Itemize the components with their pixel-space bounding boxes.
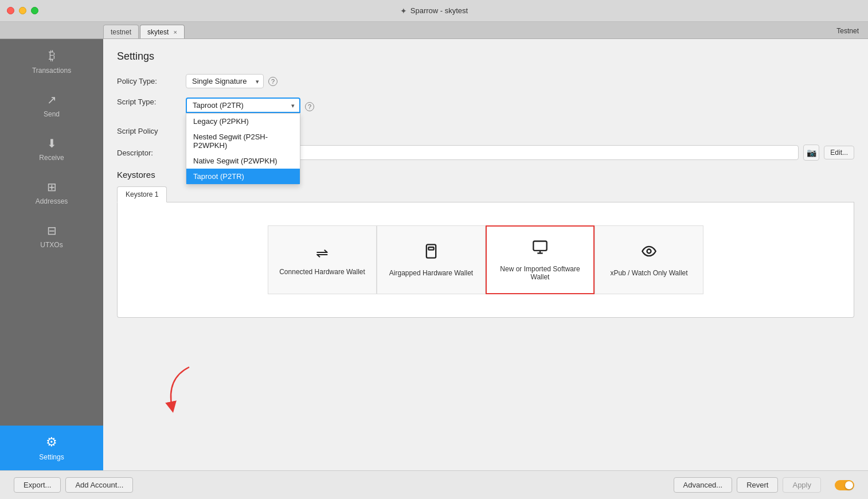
tab-testnet-label: testnet — [111, 28, 131, 36]
hardware-wallet-icon: ⇌ — [316, 244, 329, 262]
sidebar-item-utxos[interactable]: ⊟ UTXOs — [0, 215, 103, 258]
script-type-dropdown-wrapper: Taproot (P2TR) ▾ Legacy (P2PKH) Nested S… — [186, 98, 300, 113]
svg-rect-2 — [533, 241, 546, 250]
page-title: Settings — [117, 50, 854, 63]
descriptor-label: Descriptor: — [117, 149, 186, 157]
svg-point-5 — [647, 249, 651, 253]
theme-toggle[interactable] — [835, 480, 854, 490]
policy-type-control: Single Signature Multi Signature ? — [186, 74, 277, 88]
titlebar: ✦ Sparrow - skytest — [0, 0, 868, 22]
tab-testnet[interactable]: testnet — [103, 25, 139, 38]
apply-button[interactable]: Apply — [783, 477, 821, 493]
wallet-card-hardware[interactable]: ⇌ Connected Hardware Wallet — [268, 225, 377, 294]
policy-type-select[interactable]: Single Signature Multi Signature — [186, 74, 264, 88]
camera-icon: 📷 — [807, 148, 816, 157]
edit-button[interactable]: Edit... — [824, 146, 854, 159]
sidebar-item-receive[interactable]: ⬇ Receive — [0, 127, 103, 171]
keystores-section: Keystores Keystore 1 ⇌ Connected Hardwar… — [117, 170, 854, 318]
maximize-window-button[interactable] — [31, 7, 38, 14]
airgapped-wallet-label: Airgapped Hardware Wallet — [389, 269, 473, 277]
svg-rect-1 — [428, 247, 433, 250]
bottom-toolbar: Export... Add Account... Advanced... Rev… — [0, 470, 868, 499]
receive-icon: ⬇ — [47, 137, 57, 150]
xpub-wallet-icon — [641, 243, 657, 263]
script-type-select-display[interactable]: Taproot (P2TR) ▾ — [186, 98, 300, 113]
script-type-row: Script Type: Taproot (P2TR) ▾ Legacy (P2… — [117, 98, 854, 113]
hardware-wallet-label: Connected Hardware Wallet — [279, 268, 365, 276]
script-policy-section-label: Script Policy — [117, 124, 186, 135]
transactions-icon: ₿ — [49, 48, 55, 63]
send-icon: ↗ — [47, 93, 57, 107]
sidebar-item-send[interactable]: ↗ Send — [0, 84, 103, 127]
script-option-taproot[interactable]: Taproot (P2TR) — [186, 169, 300, 184]
sidebar-item-addresses-label: Addresses — [36, 197, 68, 205]
sidebar-item-addresses[interactable]: ⊞ Addresses — [0, 171, 103, 215]
window-controls — [7, 7, 38, 14]
close-window-button[interactable] — [7, 7, 14, 14]
keystore-tabs: Keystore 1 — [117, 186, 854, 202]
sidebar-item-send-label: Send — [44, 110, 60, 118]
toggle-knob — [845, 481, 853, 489]
script-option-nested[interactable]: Nested Segwit (P2SH-P2WPKH) — [186, 129, 300, 153]
script-option-native[interactable]: Native Segwit (P2WPKH) — [186, 153, 300, 169]
script-option-legacy[interactable]: Legacy (P2PKH) — [186, 114, 300, 129]
add-account-button[interactable]: Add Account... — [65, 477, 133, 493]
wallet-cards: ⇌ Connected Hardware Wallet Airgapped — [129, 225, 842, 294]
addresses-icon: ⊞ — [47, 180, 57, 194]
advanced-button[interactable]: Advanced... — [674, 477, 733, 493]
airgapped-wallet-icon — [423, 243, 439, 263]
sidebar-item-transactions-label: Transactions — [32, 67, 71, 75]
script-type-help[interactable]: ? — [305, 102, 314, 111]
xpub-wallet-label: xPub / Watch Only Wallet — [610, 269, 687, 277]
sidebar-spacer — [0, 258, 103, 426]
policy-type-row: Policy Type: Single Signature Multi Sign… — [117, 74, 854, 88]
script-type-selected-value: Taproot (P2TR) — [193, 101, 244, 110]
software-wallet-label: New or Imported Software Wallet — [492, 265, 588, 281]
tabbar: testnet skytest × Testnet — [0, 22, 868, 39]
tabbar-user: Testnet — [836, 27, 859, 35]
policy-type-select-wrapper: Single Signature Multi Signature — [186, 74, 264, 88]
app-icon: ✦ — [400, 6, 407, 15]
script-type-dropdown-menu: Legacy (P2PKH) Nested Segwit (P2SH-P2WPK… — [186, 113, 300, 185]
tab-skytest[interactable]: skytest × — [140, 25, 185, 38]
camera-button[interactable]: 📷 — [803, 145, 819, 161]
sidebar-item-receive-label: Receive — [39, 154, 64, 162]
content-area: 这几个都可以, P2TR是最近玩BRC20比较火 Settings Policy… — [103, 39, 868, 470]
wallet-card-software[interactable]: New or Imported Software Wallet — [486, 225, 595, 294]
software-wallet-icon — [532, 239, 548, 259]
policy-type-help[interactable]: ? — [268, 77, 277, 86]
sidebar-item-transactions[interactable]: ₿ Transactions — [0, 39, 103, 84]
tab-skytest-close[interactable]: × — [173, 29, 177, 36]
settings-icon: ⚙ — [46, 435, 57, 450]
export-button[interactable]: Export... — [14, 477, 61, 493]
window-title-text: Sparrow - skytest — [410, 6, 468, 15]
sidebar: ₿ Transactions ↗ Send ⬇ Receive ⊞ Addres… — [0, 39, 103, 470]
dropdown-arrow-icon: ▾ — [291, 102, 295, 109]
sidebar-item-settings-label: Settings — [39, 453, 64, 461]
sidebar-item-settings[interactable]: ⚙ Settings — [0, 426, 103, 470]
window-title: ✦ Sparrow - skytest — [400, 6, 468, 15]
sidebar-item-utxos-label: UTXOs — [40, 241, 62, 249]
utxos-icon: ⊟ — [47, 224, 57, 237]
keystore-tab-1[interactable]: Keystore 1 — [117, 186, 167, 202]
keystore-content: ⇌ Connected Hardware Wallet Airgapped — [117, 202, 854, 318]
revert-button[interactable]: Revert — [737, 477, 778, 493]
wallet-card-airgapped[interactable]: Airgapped Hardware Wallet — [377, 225, 486, 294]
wallet-card-xpub[interactable]: xPub / Watch Only Wallet — [595, 225, 703, 294]
tab-skytest-label: skytest — [147, 28, 169, 36]
minimize-window-button[interactable] — [19, 7, 26, 14]
policy-type-label: Policy Type: — [117, 77, 186, 85]
main-layout: ₿ Transactions ↗ Send ⬇ Receive ⊞ Addres… — [0, 39, 868, 470]
script-type-control: Taproot (P2TR) ▾ Legacy (P2PKH) Nested S… — [186, 98, 314, 113]
red-arrow-annotation — [161, 361, 201, 413]
script-type-label: Script Type: — [117, 98, 186, 106]
